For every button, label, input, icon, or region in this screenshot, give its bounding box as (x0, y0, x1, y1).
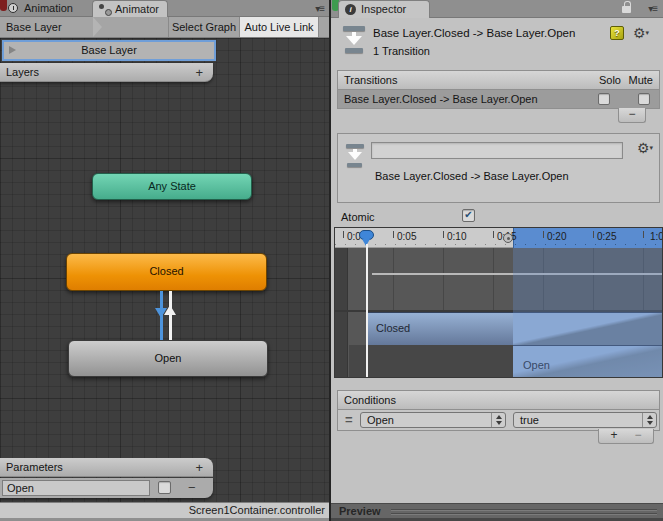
transition-detail-box: Base Layer.Closed -> Base Layer.Open ⚙▾ (337, 133, 660, 203)
state-node-open[interactable]: Open (68, 340, 268, 377)
dropdown-arrows-icon (491, 413, 505, 427)
conditions-list-header: Conditions (338, 391, 659, 409)
preview-bar[interactable]: Preview (331, 503, 663, 518)
conditions-list: Conditions = Open true (337, 390, 660, 431)
node-label: Open (155, 352, 182, 364)
dropdown-arrows-icon (642, 413, 656, 427)
controller-status-bar: Screen1Container.controller (0, 502, 329, 518)
ruler-label: 0:10 (447, 231, 466, 242)
gear-icon[interactable]: ⚙▾ (633, 26, 649, 40)
state-node-any-state[interactable]: Any State (92, 173, 252, 200)
transition-start-handle[interactable] (503, 233, 513, 243)
transitions-list: Transitions Solo Mute Base Layer.Closed … (337, 70, 660, 109)
pane-menu-icon[interactable]: ▾≡ (315, 3, 324, 14)
conditions-list-footer: +− (598, 429, 654, 444)
ruler-tick (393, 231, 394, 238)
transition-list-row[interactable]: Base Layer.Closed -> Base Layer.Open (338, 89, 659, 108)
transition-name-field[interactable] (371, 142, 623, 159)
condition-row: = Open true (338, 409, 659, 430)
ruler-tick (543, 231, 544, 238)
add-parameter-button[interactable]: + (195, 460, 203, 475)
preview-resize-grip[interactable] (391, 509, 657, 515)
parameter-name-field[interactable]: Open (2, 480, 150, 496)
gear-icon[interactable]: ⚙▾ (637, 141, 653, 155)
node-label: Closed (149, 265, 183, 277)
remove-transition-button[interactable]: − (618, 108, 646, 123)
ruler-tick (443, 231, 444, 238)
transition-icon (346, 144, 364, 167)
select-graph-button[interactable]: Select Graph (168, 17, 240, 37)
help-icon[interactable]: ? (610, 26, 624, 40)
ruler-label: 0:05 (397, 231, 416, 242)
ruler-label: 0:20 (547, 231, 566, 242)
ruler-tick (343, 231, 344, 238)
tab-inspector[interactable]: i Inspector (338, 0, 430, 18)
layer-row-base-layer[interactable]: Base Layer (2, 40, 216, 61)
animator-pane: Animation Animator ▾≡ Base Layer Select … (0, 0, 329, 521)
parameter-row-open: Open − (0, 478, 213, 498)
remove-parameter-button[interactable]: − (188, 480, 196, 495)
transition-detail-label: Base Layer.Closed -> Base Layer.Open (375, 170, 569, 182)
transition-arrowhead-up-icon (164, 305, 176, 315)
mute-column-label: Mute (629, 74, 653, 86)
state-node-closed[interactable]: Closed (66, 253, 267, 291)
pane-menu-icon[interactable]: ▾≡ (648, 3, 657, 14)
layers-header-label: Layers (6, 66, 39, 78)
tab-animation[interactable]: Animation (2, 0, 81, 17)
transition-icon (343, 26, 365, 53)
ruler-selection-region (513, 228, 662, 248)
parameters-panel-header: Parameters + (0, 458, 213, 477)
auto-live-link-button[interactable]: Auto Live Link (240, 17, 319, 37)
condition-value-dropdown[interactable]: true (513, 412, 657, 428)
mute-checkbox[interactable] (638, 93, 650, 105)
controller-name: Screen1Container.controller (189, 504, 325, 516)
state-machine-graph[interactable]: Base Layer Layers + Any State Closed Ope… (0, 38, 329, 502)
transition-title: Base Layer.Closed -> Base Layer.Open (373, 27, 575, 39)
transition-row-label: Base Layer.Closed -> Base Layer.Open (344, 93, 538, 105)
add-condition-button[interactable]: + (602, 429, 626, 442)
animator-toolbar: Base Layer Select Graph Auto Live Link (0, 17, 329, 38)
transitions-list-header: Transitions Solo Mute (338, 71, 659, 89)
remove-condition-button[interactable]: − (626, 429, 650, 442)
condition-parameter-dropdown[interactable]: Open (360, 412, 506, 428)
breadcrumb[interactable]: Base Layer (6, 21, 62, 33)
drag-handle-icon[interactable]: = (345, 412, 353, 427)
tab-inspector-label: Inspector (361, 3, 406, 15)
playhead-line[interactable] (366, 244, 368, 377)
left-tab-bar: Animation Animator ▾≡ (0, 0, 329, 17)
tab-animation-label: Animation (24, 2, 73, 14)
ruler-minor-ticks (335, 244, 662, 245)
lock-icon[interactable] (622, 6, 631, 13)
unity-editor-window: Animation Animator ▾≡ Base Layer Select … (0, 0, 663, 521)
inspector-pane: i Inspector ▾≡ Base Layer.Closed -> Base… (331, 0, 663, 521)
playhead-handle[interactable] (359, 230, 374, 240)
bar-label: Closed (376, 322, 410, 334)
timeline-ruler[interactable]: 0:00 0:05 0:10 0:15 0:20 0:25 1:00 (335, 228, 662, 248)
transitions-title: Transitions (344, 74, 397, 86)
atomic-label: Atomic (341, 211, 375, 223)
atomic-checkbox[interactable]: ✔ (462, 209, 475, 222)
condition-parameter-value: Open (367, 414, 394, 426)
layers-panel-header: Layers + (0, 63, 213, 82)
solo-checkbox[interactable] (598, 93, 610, 105)
add-layer-button[interactable]: + (195, 65, 203, 80)
breadcrumb-chevron-icon (93, 17, 102, 37)
timeline-left-gutter (335, 248, 348, 377)
ruler-label: 0:25 (597, 231, 616, 242)
transition-arrow-open-to-closed[interactable] (169, 291, 172, 340)
tab-animator[interactable]: Animator (92, 0, 168, 17)
transition-timeline[interactable]: Closed Open 0:00 0:05 0:10 0:15 0:2 (334, 227, 663, 378)
layer-row-label: Base Layer (81, 44, 137, 56)
parameters-header-label: Parameters (6, 461, 63, 473)
solo-column-label: Solo (599, 74, 621, 86)
transition-region-overlay[interactable] (513, 248, 662, 377)
ruler-tick (643, 231, 644, 238)
checkmark-icon: ✔ (464, 209, 472, 220)
parameter-value-checkbox[interactable] (158, 481, 171, 494)
ruler-tick (493, 231, 494, 238)
ruler-label: 1:00 (650, 231, 663, 242)
play-triangle-icon (9, 46, 16, 54)
node-label: Any State (148, 180, 196, 192)
preview-label: Preview (339, 505, 381, 517)
conditions-title: Conditions (344, 394, 396, 406)
